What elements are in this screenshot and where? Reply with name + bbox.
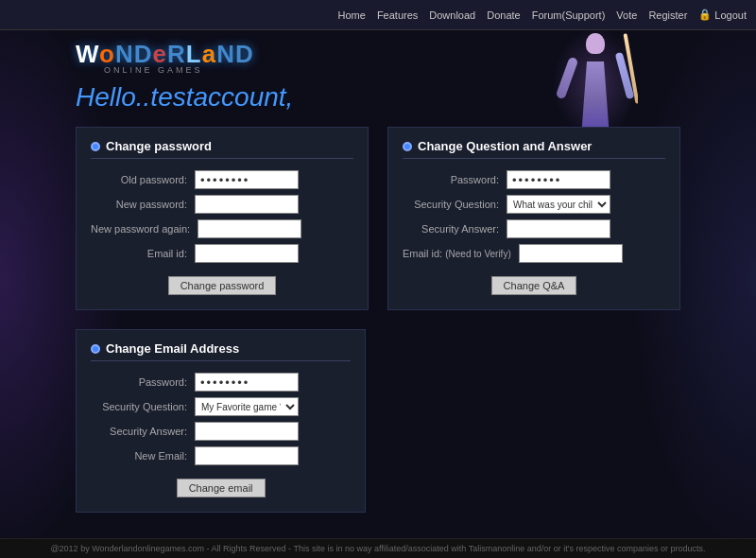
email-security-answer-input[interactable]	[195, 422, 299, 441]
email-password-label: Password:	[91, 376, 195, 388]
main-content: WoNDeRLaND ONLINE GAMES Hello..testaccou…	[0, 30, 756, 513]
new-email-label: New Email:	[91, 450, 195, 462]
sections-row-top: Change password Old password: New passwo…	[76, 127, 680, 310]
email-security-question-label: Security Question:	[91, 401, 195, 412]
header-area: WoNDeRLaND ONLINE GAMES	[76, 30, 680, 75]
change-qa-section: Change Question and Answer Password: Sec…	[387, 127, 680, 310]
old-password-row: Old password:	[91, 170, 353, 189]
email-security-question-select[interactable]: My Favorite game ?▾ What is your pet's n…	[195, 397, 299, 416]
old-password-input[interactable]	[195, 170, 299, 189]
logo-sub: ONLINE GAMES	[104, 65, 203, 75]
new-password-again-input[interactable]	[198, 219, 301, 238]
qa-password-input[interactable]	[507, 170, 610, 189]
sections-row-bottom: Change Email Address Password: Security …	[76, 329, 680, 513]
change-qa-button[interactable]: Change Q&A	[491, 276, 577, 295]
qa-password-label: Password:	[403, 174, 507, 185]
email-id-row: Email id:	[91, 244, 353, 263]
logo-area: WoNDeRLaND ONLINE GAMES	[76, 40, 254, 75]
qa-email-input[interactable]	[519, 244, 623, 263]
email-security-answer-row: Security Answer:	[91, 422, 351, 441]
change-password-label: Change password	[106, 139, 212, 153]
new-password-row: New password:	[91, 195, 353, 214]
qa-email-row: Email id: (Need to Verify)	[403, 244, 665, 263]
old-password-label: Old password:	[91, 174, 195, 185]
nav-register[interactable]: Register	[648, 9, 687, 21]
email-id-input[interactable]	[195, 244, 299, 263]
footer: @2012 by Wonderlandonlinegames.com - All…	[0, 538, 756, 558]
change-qa-btn-row: Change Q&A	[403, 270, 665, 295]
new-email-row: New Email:	[91, 446, 351, 465]
nav-forum[interactable]: Forum(Support)	[532, 9, 606, 21]
change-email-button[interactable]: Change email	[177, 479, 266, 497]
nav-features[interactable]: Features	[377, 9, 418, 21]
qa-security-question-select[interactable]: What was your chil▾ What is your pet's n…	[507, 195, 610, 214]
email-id-label: Email id:	[91, 248, 195, 259]
new-password-again-row: New password again:	[91, 219, 353, 238]
new-password-input[interactable]	[195, 195, 299, 214]
qa-security-answer-row: Security Answer:	[403, 219, 665, 238]
greeting: Hello..testaccount,	[76, 82, 680, 113]
email-password-row: Password:	[91, 373, 351, 392]
email-security-answer-label: Security Answer:	[91, 426, 195, 437]
logout-icon: 🔒	[698, 9, 712, 21]
new-password-again-label: New password again:	[91, 223, 198, 235]
change-password-button[interactable]: Change password	[168, 276, 277, 295]
change-email-section: Change Email Address Password: Security …	[76, 329, 366, 513]
navbar: Home Features Download Donate Forum(Supp…	[0, 0, 756, 30]
qa-password-row: Password:	[403, 170, 665, 189]
change-password-title: Change password	[91, 139, 353, 159]
nav-vote[interactable]: Vote	[616, 9, 637, 21]
qa-security-question-row: Security Question: What was your chil▾ W…	[403, 195, 665, 214]
change-qa-title: Change Question and Answer	[403, 139, 665, 159]
change-password-section: Change password Old password: New passwo…	[76, 127, 369, 310]
new-email-input[interactable]	[195, 446, 299, 465]
section-dot-qa	[403, 142, 412, 151]
section-dot-email	[91, 344, 100, 354]
email-password-input[interactable]	[195, 373, 299, 392]
qa-security-answer-input[interactable]	[507, 219, 610, 238]
nav-download[interactable]: Download	[429, 9, 475, 21]
change-qa-label: Change Question and Answer	[418, 139, 592, 153]
qa-security-answer-label: Security Answer:	[403, 223, 507, 235]
change-email-btn-row: Change email	[91, 473, 351, 497]
email-security-question-row: Security Question: My Favorite game ?▾ W…	[91, 397, 351, 416]
change-email-label: Change Email Address	[106, 341, 239, 356]
nav-donate[interactable]: Donate	[487, 9, 520, 21]
nav-home[interactable]: Home	[338, 9, 366, 21]
new-password-label: New password:	[91, 199, 195, 210]
qa-security-question-label: Security Question:	[403, 199, 507, 210]
nav-logout[interactable]: 🔒 Logout	[698, 9, 747, 21]
change-password-btn-row: Change password	[91, 270, 353, 295]
footer-text: @2012 by Wonderlandonlinegames.com - All…	[50, 544, 705, 553]
change-email-title: Change Email Address	[91, 341, 351, 361]
qa-email-label: Email id: (Need to Verify)	[403, 248, 519, 259]
section-dot	[91, 142, 100, 151]
